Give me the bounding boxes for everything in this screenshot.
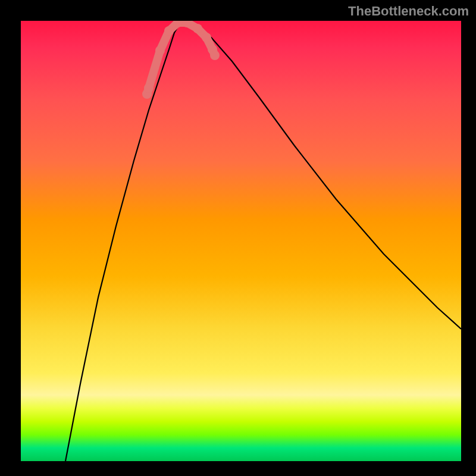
marker-point <box>210 51 220 60</box>
watermark-text: TheBottleneck.com <box>348 4 469 19</box>
chart-container: TheBottleneck.com <box>0 0 476 476</box>
marker-point <box>193 24 202 33</box>
bottleneck-curve <box>65 22 461 461</box>
marker-point <box>144 83 154 93</box>
marker-point <box>155 46 165 55</box>
chart-curves <box>21 21 461 461</box>
plot-area <box>21 21 461 461</box>
marker-point <box>164 26 174 36</box>
marker-point <box>202 33 211 42</box>
